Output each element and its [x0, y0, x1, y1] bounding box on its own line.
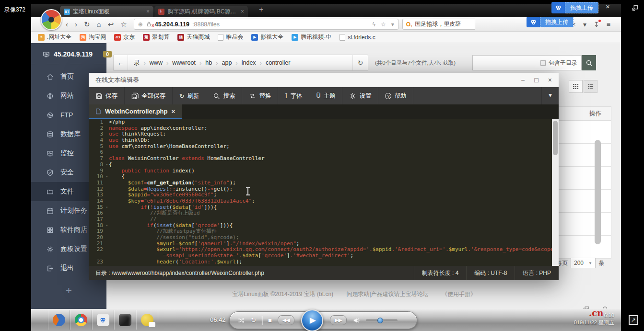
- editor-button-save[interactable]: 保存: [89, 87, 125, 104]
- shuffle-icon[interactable]: [237, 317, 245, 324]
- fold-icon[interactable]: ▾: [106, 162, 108, 168]
- popout-button[interactable]: ↗: [629, 315, 638, 325]
- bookmark-item[interactable]: JD京东: [114, 33, 135, 41]
- breadcrumb-segment[interactable]: wwwroot: [168, 59, 199, 66]
- per-page-select[interactable]: 200 ▼: [571, 258, 596, 268]
- minimize-icon[interactable]: −: [521, 76, 525, 84]
- repeat-icon[interactable]: ↻: [251, 317, 256, 323]
- site-icon: [47, 92, 54, 100]
- editor-button-label: 字体: [290, 92, 302, 100]
- chrome-app-icon: [75, 314, 87, 326]
- drag-upload-chip-top[interactable]: 拖拽上传: [551, 2, 598, 13]
- editor-button-help[interactable]: ?帮助: [378, 87, 413, 104]
- forward-icon[interactable]: ›: [75, 21, 77, 28]
- taskbar-app-chat[interactable]: [136, 310, 158, 330]
- bookmark-favicon: ▶: [292, 34, 298, 41]
- favorite-star-icon[interactable]: ☆: [120, 21, 127, 28]
- refresh-icon[interactable]: ↻: [352, 55, 368, 70]
- taskbar-app-chrome[interactable]: [70, 310, 92, 330]
- volume-knob[interactable]: [377, 318, 383, 323]
- tab-close-icon[interactable]: ×: [241, 8, 244, 15]
- search-input[interactable]: O, 国足输球，里皮辞: [402, 19, 475, 30]
- forward-button[interactable]: ▶▶: [330, 315, 347, 325]
- close-icon[interactable]: ×: [548, 76, 552, 84]
- editor-button-theme[interactable]: Ü主题: [309, 87, 342, 104]
- overlay-close-icon[interactable]: ×: [606, 2, 610, 11]
- editor-button-saveall[interactable]: 全部保存: [125, 87, 173, 104]
- toolbar-expand-icon[interactable]: ▾: [541, 87, 559, 104]
- editor-button-refresh2[interactable]: ↻刷新: [173, 87, 206, 104]
- bookmark-item[interactable]: ▶腾讯视频-中: [292, 33, 331, 41]
- bookmark-item[interactable]: ▶影视大全: [251, 33, 283, 41]
- breadcrumb-segment[interactable]: controller: [262, 59, 294, 66]
- browser-tab[interactable]: BT宝塔Linux面板×: [60, 6, 153, 17]
- flash-icon[interactable]: ϟ: [373, 21, 375, 28]
- play-button[interactable]: ▶: [301, 309, 323, 331]
- refresh2-icon: ↻: [179, 92, 184, 100]
- dropdown-icon[interactable]: ▾: [391, 21, 394, 28]
- undo-icon[interactable]: ↩: [108, 21, 114, 28]
- editor-button-replace[interactable]: 替换: [242, 87, 278, 104]
- breadcrumb-segment[interactable]: hb: [201, 59, 216, 66]
- bookmark-item[interactable]: 淘淘宝网: [80, 33, 106, 41]
- editor-button-searchm[interactable]: 搜索: [206, 87, 242, 104]
- fold-icon[interactable]: ▾: [106, 223, 108, 229]
- new-tab-button[interactable]: +: [259, 5, 263, 14]
- editor-button-gear[interactable]: 设置: [342, 87, 378, 104]
- drag-upload-chip-mid[interactable]: 拖拽上传: [527, 17, 574, 27]
- dropdown-icon[interactable]: ▾: [583, 21, 586, 28]
- file-search-input[interactable]: 包含子目录: [472, 55, 582, 70]
- maximize-icon[interactable]: □: [534, 76, 538, 84]
- status-language[interactable]: 语言 : PHP: [515, 266, 559, 280]
- bookmark-item[interactable]: 聚聚划算: [143, 33, 169, 41]
- bookmark-item[interactable]: sl.fdrleds.c: [340, 34, 375, 41]
- editor-button-fontT[interactable]: I字体: [278, 87, 309, 104]
- include-subdir-checkbox[interactable]: [540, 60, 546, 66]
- editor-button-label: 保存: [105, 92, 117, 100]
- volume-slider[interactable]: [366, 320, 398, 321]
- bookmark-item[interactable]: 猫天猫商城: [177, 33, 210, 41]
- tab-close-icon[interactable]: ×: [172, 108, 176, 115]
- fold-icon[interactable]: ▾: [106, 205, 108, 211]
- dir-summary: (共0个目录与7个文件,大小: 获取): [375, 59, 456, 67]
- taskbar-app-dark[interactable]: [114, 310, 136, 330]
- bookmark-item[interactable]: 唯品会: [218, 33, 243, 41]
- back-icon[interactable]: ‹: [66, 21, 68, 28]
- breadcrumb-segment[interactable]: index: [238, 59, 260, 66]
- file-search-button[interactable]: [582, 55, 596, 70]
- list-view-button[interactable]: [584, 80, 597, 93]
- address-bar[interactable]: ⊕ 45.204.9.119 :8888/files ϟ☆▾: [134, 19, 398, 30]
- rewind-button[interactable]: ◀◀: [278, 315, 294, 325]
- tab-close-icon[interactable]: ×: [146, 8, 150, 15]
- back-icon[interactable]: ←: [114, 55, 128, 70]
- home-icon[interactable]: ⌂: [97, 21, 101, 28]
- grid-view-button[interactable]: [569, 80, 583, 93]
- sidebar-add-button[interactable]: +: [31, 285, 106, 297]
- taskbar-app-firefox[interactable]: [48, 310, 70, 330]
- line-number: 4: [89, 137, 109, 144]
- refresh-icon[interactable]: ↻: [84, 21, 90, 28]
- code-editor[interactable]: 1<?php2namespace app\index\controller;3u…: [89, 119, 552, 266]
- breadcrumb-segment[interactable]: 录: [130, 59, 144, 67]
- footer-forum-link[interactable]: 问题求助|产品建议请上宝塔论坛: [346, 291, 428, 297]
- status-encoding[interactable]: 编码 : UTF-8: [466, 266, 515, 280]
- star-icon[interactable]: ☆: [381, 21, 386, 28]
- breadcrumb-segment[interactable]: app: [218, 59, 236, 66]
- bookmark-item[interactable]: ✶.网址大全: [38, 33, 71, 41]
- fold-icon[interactable]: ▾: [106, 174, 108, 180]
- menu-icon[interactable]: ≡: [607, 21, 610, 28]
- download-icon[interactable]: ↧: [594, 21, 599, 28]
- browser-logo-icon[interactable]: [41, 9, 62, 30]
- volume-icon[interactable]: [352, 317, 360, 324]
- footer-manual-link[interactable]: 《使用手册》: [442, 291, 476, 297]
- editor-toolbar: 保存全部保存↻刷新搜索替换I字体Ü主题设置?帮助▾: [89, 87, 559, 104]
- editor-file-tab[interactable]: WeixinController.php ×: [89, 104, 182, 119]
- taskbar-app-cloud[interactable]: [92, 310, 114, 330]
- browser-tab[interactable]: 讠购字源码,棋牌源码,BC源码网×: [154, 6, 248, 17]
- stop-button[interactable]: ■: [268, 317, 272, 323]
- editor-scrollbar[interactable]: [552, 119, 559, 266]
- restore-window-icon[interactable]: [632, 5, 638, 11]
- bookmarks-bar: ✶.网址大全淘淘宝网JD京东聚聚划算猫天猫商城唯品会▶影视大全▶腾讯视频-中sl…: [31, 32, 621, 43]
- breadcrumb-segment[interactable]: www: [146, 59, 166, 66]
- php-file-icon: [95, 108, 101, 114]
